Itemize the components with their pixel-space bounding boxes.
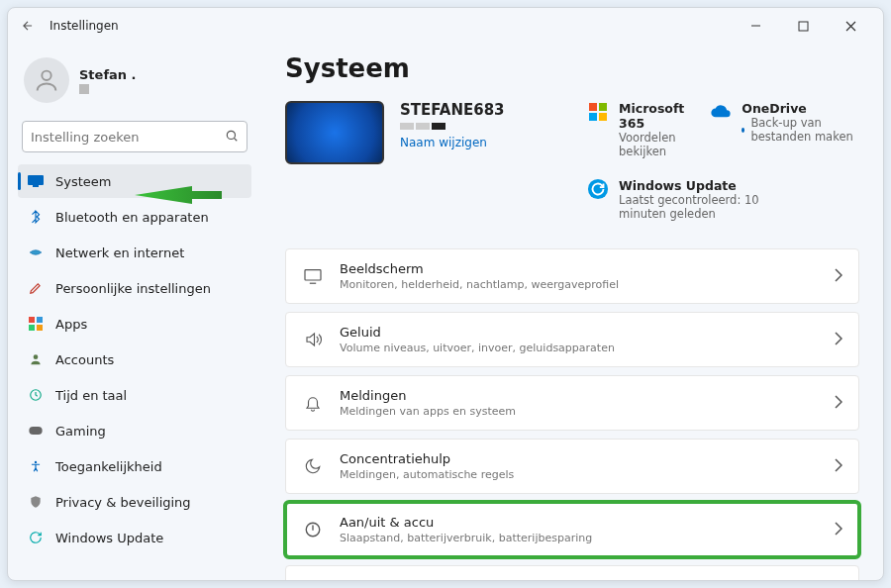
setting-title: Concentratiehulp (340, 451, 819, 466)
sidebar-item-label: Toegankelijkheid (55, 459, 162, 474)
update-icon (28, 530, 44, 545)
bullet-icon (742, 128, 744, 133)
svg-rect-12 (29, 427, 42, 435)
sidebar-item-network[interactable]: Netwerk en internet (18, 236, 251, 269)
setting-storage[interactable]: OpslagOpslagruimte, stations, configurat… (285, 565, 859, 580)
accessibility-icon (28, 458, 44, 474)
sidebar-item-time[interactable]: Tijd en taal (18, 378, 251, 412)
time-icon (28, 387, 44, 403)
chevron-right-icon (835, 457, 842, 476)
sidebar-item-label: Tijd en taal (55, 388, 127, 403)
setting-sub: Meldingen, automatische regels (340, 468, 819, 481)
device-name: STEFANE683 (400, 101, 505, 119)
device-model-placeholder (400, 123, 505, 130)
setting-title: Meldingen (340, 388, 819, 403)
bell-icon (302, 392, 324, 414)
sidebar-item-apps[interactable]: Apps (18, 307, 251, 341)
wu-title: Windows Update (619, 178, 777, 193)
rename-link[interactable]: Naam wijzigen (400, 136, 505, 149)
setting-power[interactable]: Aan/uit & accuSlaapstand, batterijverbru… (285, 502, 859, 557)
setting-sub: Volume niveaus, uitvoer, invoer, geluids… (340, 342, 819, 354)
svg-rect-4 (28, 175, 44, 185)
setting-focus[interactable]: ConcentratiehulpMeldingen, automatische … (285, 439, 859, 494)
main-content: Systeem STEFANE683 Naam wijzigen (261, 44, 883, 580)
user-status (79, 84, 89, 94)
sidebar-item-accounts[interactable]: Accounts (18, 343, 251, 376)
sound-icon (302, 329, 324, 350)
chevron-right-icon (835, 267, 842, 286)
svg-point-10 (34, 354, 39, 359)
windows-update-promo[interactable]: Windows Update Laatst gecontroleerd: 10 … (587, 178, 859, 221)
svg-point-2 (42, 71, 50, 80)
titlebar: Instellingen (8, 8, 883, 44)
onedrive-sub: Back-up van bestanden maken (750, 116, 859, 144)
sidebar-item-bluetooth[interactable]: Bluetooth en apparaten (18, 200, 251, 234)
svg-rect-1 (799, 22, 808, 31)
chevron-right-icon (835, 394, 842, 413)
user-name: Stefan . (79, 67, 137, 82)
user-profile[interactable]: Stefan . (18, 53, 251, 117)
sidebar-item-label: Accounts (55, 352, 114, 367)
svg-rect-5 (33, 185, 39, 187)
moon-icon (302, 455, 324, 477)
svg-rect-14 (589, 103, 597, 111)
search-icon (225, 128, 239, 147)
back-button[interactable] (16, 14, 40, 38)
network-icon (28, 245, 44, 260)
onedrive-promo[interactable]: OneDrive Back-up van bestanden maken (710, 101, 859, 158)
device-thumbnail (285, 101, 384, 164)
sidebar-item-label: Bluetooth en apparaten (55, 210, 209, 225)
setting-sound[interactable]: GeluidVolume niveaus, uitvoer, invoer, g… (285, 312, 859, 367)
ms365-sub: Voordelen bekijken (619, 131, 684, 158)
sidebar-item-label: Apps (55, 317, 87, 332)
personalize-icon (28, 280, 44, 296)
close-button[interactable] (836, 14, 865, 38)
ms365-promo[interactable]: Microsoft 365 Voordelen bekijken (587, 101, 684, 158)
search-input[interactable] (31, 130, 225, 145)
promo-column: Microsoft 365 Voordelen bekijken OneDriv… (587, 101, 859, 221)
setting-sub: Slaapstand, batterijverbruik, batterijbe… (340, 532, 819, 544)
setting-sub: Meldingen van apps en systeem (340, 405, 819, 418)
setting-title: Opslag (340, 578, 819, 580)
power-icon (302, 519, 324, 540)
sidebar-item-gaming[interactable]: Gaming (18, 414, 251, 447)
sidebar-item-accessibility[interactable]: Toegankelijkheid (18, 449, 251, 483)
sidebar-item-personalize[interactable]: Persoonlijke instellingen (18, 271, 251, 305)
sidebar-item-privacy[interactable]: Privacy & beveiliging (18, 485, 251, 519)
sidebar-item-update[interactable]: Windows Update (18, 521, 251, 554)
chevron-right-icon (835, 331, 842, 349)
setting-sub: Monitoren, helderheid, nachtlamp, weerga… (340, 278, 819, 291)
gaming-icon (28, 423, 44, 439)
ms365-icon (587, 101, 609, 123)
sidebar-item-label: Privacy & beveiliging (55, 495, 191, 510)
window-title: Instellingen (50, 19, 119, 33)
search-box[interactable] (22, 121, 248, 152)
system-icon (28, 173, 44, 189)
setting-title: Aan/uit & accu (340, 515, 819, 530)
top-info-row: STEFANE683 Naam wijzigen Microsoft 365 (285, 101, 859, 221)
svg-rect-19 (305, 270, 321, 280)
page-title: Systeem (285, 53, 859, 83)
window-controls (741, 14, 875, 38)
sidebar-item-system[interactable]: Systeem (18, 164, 251, 198)
setting-notifications[interactable]: MeldingenMeldingen van apps en systeem (285, 375, 859, 431)
chevron-right-icon (835, 521, 842, 539)
svg-rect-9 (37, 325, 43, 331)
setting-display[interactable]: BeeldschermMonitoren, helderheid, nachtl… (285, 248, 859, 304)
svg-point-13 (35, 461, 37, 463)
apps-icon (28, 316, 44, 332)
sidebar-item-label: Windows Update (55, 531, 163, 545)
minimize-button[interactable] (741, 14, 770, 38)
wu-icon (587, 178, 609, 200)
body: Stefan . Systeem Bluetooth en apparaten (8, 44, 883, 580)
device-info: STEFANE683 Naam wijzigen (285, 101, 557, 221)
wu-sub: Laatst gecontroleerd: 10 minuten geleden (619, 193, 777, 221)
setting-title: Beeldscherm (340, 261, 819, 276)
bluetooth-icon (28, 209, 44, 225)
display-icon (302, 265, 324, 287)
avatar (24, 57, 69, 103)
maximize-button[interactable] (788, 14, 818, 38)
sidebar-item-label: Netwerk en internet (55, 245, 184, 260)
settings-window: Instellingen Stefan . (7, 7, 884, 581)
nav: Systeem Bluetooth en apparaten Netwerk e… (18, 164, 251, 554)
